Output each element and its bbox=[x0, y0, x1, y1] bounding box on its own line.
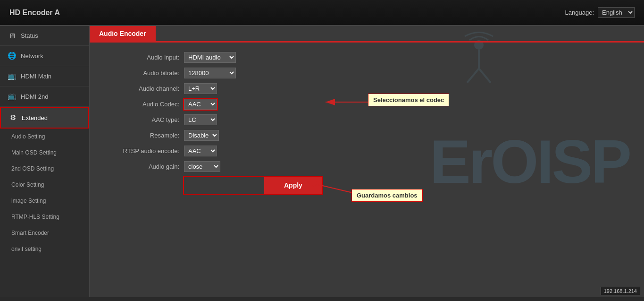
page-tab: Audio Encoder bbox=[90, 26, 156, 41]
app-title: HD Encoder A bbox=[9, 9, 60, 17]
form-content: Audio input: HDMI audio Analog None Audi… bbox=[90, 43, 644, 208]
main-content: ErOISP Audio Encoder Audio input: HDMI a… bbox=[90, 26, 644, 297]
sidebar-sub-smart-encoder[interactable]: Smart Encoder bbox=[0, 225, 89, 241]
audio-bitrate-label: Audio bitrate: bbox=[104, 69, 179, 77]
sidebar-item-status-label: Status bbox=[21, 32, 38, 39]
apply-button-wrapper: Apply bbox=[184, 177, 322, 194]
aac-type-select[interactable]: LC HE HEv2 bbox=[184, 114, 217, 125]
resample-row: Resample: Disable Enable bbox=[104, 130, 630, 141]
rtsp-audio-select[interactable]: AAC MP3 bbox=[184, 146, 217, 156]
sidebar-sub-onvif-setting[interactable]: onvif setting bbox=[0, 241, 89, 257]
sidebar-sub-audio-setting[interactable]: Audio Setting bbox=[0, 129, 89, 145]
sidebar-item-status[interactable]: 🖥 Status bbox=[0, 26, 89, 46]
sidebar-item-extended-label: Extended bbox=[22, 114, 48, 121]
audio-codec-label: Audio Codec: bbox=[104, 101, 179, 108]
main-layout: 🖥 Status 🌐 Network 📺 HDMI Main 📺 HDMI 2n… bbox=[0, 26, 644, 297]
sidebar-item-network[interactable]: 🌐 Network bbox=[0, 46, 89, 66]
resample-select[interactable]: Disable Enable bbox=[184, 130, 219, 141]
callout-apply: Guardamos cambios bbox=[351, 189, 423, 202]
callout-codec: Seleccionamos el codec bbox=[368, 94, 449, 106]
audio-channel-select[interactable]: L+R Left Right Stereo bbox=[184, 83, 217, 94]
aac-type-label: AAC type: bbox=[104, 116, 179, 123]
audio-gain-label: Audio gain: bbox=[104, 163, 179, 170]
monitor-icon: 🖥 bbox=[8, 32, 16, 40]
gear-icon: ⚙ bbox=[8, 113, 17, 122]
globe-icon: 🌐 bbox=[8, 52, 16, 60]
audio-input-row: Audio input: HDMI audio Analog None bbox=[104, 52, 630, 63]
sidebar-item-network-label: Network bbox=[21, 52, 43, 60]
audio-input-label: Audio input: bbox=[104, 54, 179, 61]
sidebar-sub-rtmp-hls[interactable]: RTMP-HLS Setting bbox=[0, 209, 89, 225]
hdmi-2nd-icon: 📺 bbox=[8, 92, 16, 101]
sidebar-sub-image-setting[interactable]: image Setting bbox=[0, 193, 89, 209]
sidebar-item-hdmi-main-label: HDMI Main bbox=[21, 73, 51, 80]
language-dropdown[interactable]: English Chinese bbox=[598, 7, 635, 18]
aac-type-row: AAC type: LC HE HEv2 bbox=[104, 114, 630, 125]
sidebar-item-extended[interactable]: ⚙ Extended bbox=[0, 107, 89, 129]
hdmi-main-icon: 📺 bbox=[8, 72, 16, 80]
rtsp-audio-label: RTSP audio encode: bbox=[104, 147, 179, 155]
header: HD Encoder A Language: English Chinese bbox=[0, 0, 644, 26]
audio-channel-row: Audio channel: L+R Left Right Stereo bbox=[104, 83, 630, 94]
audio-bitrate-row: Audio bitrate: 128000 64000 32000 bbox=[104, 68, 630, 78]
sidebar-sub-2nd-osd[interactable]: 2nd OSD Setting bbox=[0, 161, 89, 177]
audio-codec-select[interactable]: AAC MP3 G.711 bbox=[184, 99, 217, 110]
sidebar-item-hdmi-2nd-label: HDMI 2nd bbox=[21, 93, 49, 100]
audio-channel-label: Audio channel: bbox=[104, 85, 179, 92]
audio-gain-select[interactable]: close low medium high bbox=[184, 161, 220, 172]
audio-bitrate-select[interactable]: 128000 64000 32000 bbox=[184, 68, 236, 78]
sidebar-sub-main-osd[interactable]: Main OSD Setting bbox=[0, 145, 89, 161]
audio-codec-row: Audio Codec: AAC MP3 G.711 bbox=[104, 99, 630, 110]
bottom-ip: 192.168.1.214 bbox=[601, 287, 640, 295]
sidebar-sub-color-setting[interactable]: Color Setting bbox=[0, 177, 89, 193]
resample-label: Resample: bbox=[104, 132, 179, 139]
language-selector: Language: English Chinese bbox=[565, 7, 635, 18]
sidebar-item-hdmi-2nd[interactable]: 📺 HDMI 2nd bbox=[0, 86, 89, 107]
language-label: Language: bbox=[565, 9, 594, 16]
audio-input-select[interactable]: HDMI audio Analog None bbox=[184, 52, 236, 63]
apply-button[interactable]: Apply bbox=[264, 177, 322, 194]
sidebar: 🖥 Status 🌐 Network 📺 HDMI Main 📺 HDMI 2n… bbox=[0, 26, 90, 297]
rtsp-audio-row: RTSP audio encode: AAC MP3 bbox=[104, 146, 630, 156]
sidebar-item-hdmi-main[interactable]: 📺 HDMI Main bbox=[0, 66, 89, 86]
audio-gain-row: Audio gain: close low medium high bbox=[104, 161, 630, 172]
